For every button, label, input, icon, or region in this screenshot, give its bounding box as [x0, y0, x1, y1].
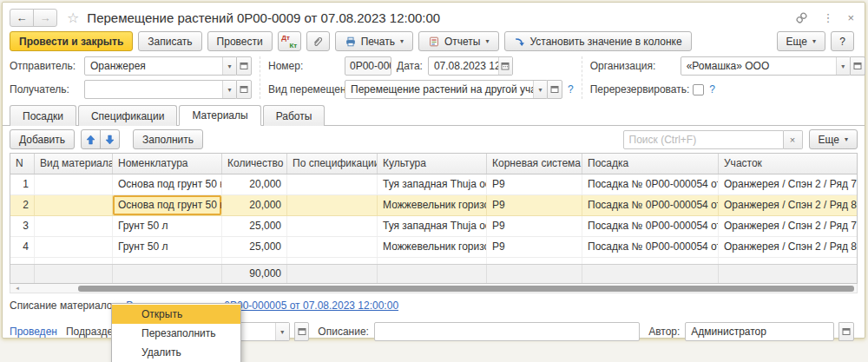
- cell-nomenclature[interactable]: Грунт 50 л: [113, 237, 222, 257]
- cell-material-kind[interactable]: [35, 216, 113, 236]
- help-icon[interactable]: ?: [709, 83, 715, 95]
- open-button[interactable]: [236, 56, 252, 76]
- cell-by-spec[interactable]: [287, 216, 378, 236]
- dropdown-arrow-icon[interactable]: ▾: [533, 81, 547, 98]
- column-header[interactable]: Культура: [378, 154, 487, 174]
- tab[interactable]: Материалы: [179, 105, 260, 126]
- cell-material-kind[interactable]: [35, 195, 113, 215]
- organization-field[interactable]: «Ромашка» ООО ▾: [681, 56, 851, 76]
- cell-root-system[interactable]: Р9: [487, 195, 582, 215]
- number-field[interactable]: 0Р00-0009: [345, 56, 391, 76]
- cell-n[interactable]: 2: [10, 195, 35, 215]
- column-header[interactable]: Количество: [222, 154, 287, 174]
- attachments-button[interactable]: [306, 31, 330, 51]
- column-header[interactable]: N: [10, 154, 35, 174]
- rereserve-checkbox[interactable]: [693, 84, 704, 95]
- cell-culture[interactable]: Туя западная Thuja oc…: [378, 216, 487, 236]
- save-button[interactable]: Записать: [138, 31, 201, 51]
- move-down-button[interactable]: [100, 129, 120, 149]
- table-row[interactable]: 2 Основа под грунт 50 кг 20,000 Можжевел…: [10, 195, 857, 216]
- set-column-value-button[interactable]: Установить значение в колонке: [504, 31, 692, 51]
- column-header[interactable]: Номенклатура: [113, 154, 222, 174]
- scrollbar-thumb[interactable]: [78, 286, 854, 292]
- cell-quantity[interactable]: 20,000: [222, 174, 287, 194]
- cell-nomenclature[interactable]: Основа под грунт 50 кг: [113, 174, 222, 194]
- cell-n[interactable]: 1: [10, 174, 35, 194]
- calendar-icon[interactable]: [498, 57, 512, 75]
- cell-plot[interactable]: Оранжерея / Спэн 2 / Ряд 7: [719, 174, 857, 194]
- help-icon[interactable]: ?: [568, 83, 574, 95]
- context-menu-item[interactable]: Перезаполнить: [112, 324, 240, 343]
- cell-root-system[interactable]: Р9: [487, 237, 582, 257]
- close-icon[interactable]: ×: [847, 12, 854, 23]
- scroll-left-icon[interactable]: ◄: [10, 286, 24, 291]
- dropdown-arrow-icon[interactable]: ▾: [222, 57, 236, 75]
- open-button[interactable]: [838, 322, 854, 341]
- dropdown-arrow-icon[interactable]: ▾: [222, 81, 236, 98]
- cell-planting[interactable]: Посадка № 0Р00-000054 от …: [582, 195, 719, 215]
- cell-culture[interactable]: Можжевельник горизо…: [378, 237, 487, 257]
- table-more-button[interactable]: Еще▾: [809, 129, 858, 149]
- cell-quantity[interactable]: 20,000: [222, 195, 287, 215]
- cell-n[interactable]: 4: [10, 237, 35, 257]
- reports-button[interactable]: Отчеты▾: [418, 31, 499, 51]
- cell-culture[interactable]: Туя западная Thuja oc…: [378, 174, 487, 194]
- print-button[interactable]: Печать▾: [335, 31, 413, 51]
- forward-button[interactable]: →: [33, 9, 57, 27]
- clear-search-icon[interactable]: ×: [784, 130, 803, 149]
- receiver-field[interactable]: ▾: [84, 80, 237, 99]
- cell-n[interactable]: 3: [10, 216, 35, 236]
- more-button[interactable]: Еще▾: [777, 31, 825, 51]
- cell-planting[interactable]: Посадка № 0Р00-000054 от …: [582, 216, 719, 236]
- open-button[interactable]: [294, 322, 310, 341]
- cell-by-spec[interactable]: [287, 237, 378, 257]
- kebab-menu-icon[interactable]: ⋮: [822, 12, 833, 23]
- cell-planting[interactable]: Посадка № 0Р00-000054 от …: [582, 237, 719, 257]
- column-header[interactable]: По спецификации: [287, 154, 378, 174]
- link-icon[interactable]: [795, 11, 808, 24]
- help-button[interactable]: ?: [831, 31, 854, 51]
- cell-culture[interactable]: Можжевельник горизо…: [378, 195, 487, 215]
- cell-planting[interactable]: Посадка № 0Р00-000054 от …: [582, 174, 719, 194]
- movement-type-field[interactable]: Перемещение растений на другой участок ▾: [345, 80, 548, 99]
- cell-by-spec[interactable]: [287, 195, 378, 215]
- table-row[interactable]: 4 Грунт 50 л 25,000 Можжевельник горизо……: [10, 237, 857, 258]
- tab[interactable]: Спецификации: [78, 105, 177, 126]
- column-header[interactable]: Корневая система: [487, 154, 582, 174]
- cell-plot[interactable]: Оранжерея / Спэн 2 / Ряд 8: [719, 195, 857, 215]
- date-field[interactable]: 07.08.2023 12:00:00: [428, 56, 513, 76]
- sender-field[interactable]: Оранжерея ▾: [84, 56, 237, 76]
- move-up-button[interactable]: [81, 129, 101, 149]
- cell-plot[interactable]: Оранжерея / Спэн 2 / Ряд 7: [719, 216, 857, 236]
- context-menu-item[interactable]: Удалить: [112, 343, 240, 362]
- description-input[interactable]: [374, 322, 640, 341]
- cell-material-kind[interactable]: [35, 174, 113, 194]
- cell-root-system[interactable]: Р9: [487, 174, 582, 194]
- post-and-close-button[interactable]: Провести и закрыть: [10, 31, 133, 51]
- open-button[interactable]: [236, 80, 252, 99]
- cell-root-system[interactable]: Р9: [487, 216, 582, 236]
- cell-material-kind[interactable]: [35, 237, 113, 257]
- back-button[interactable]: ←: [10, 9, 34, 27]
- post-button[interactable]: Провести: [207, 31, 273, 51]
- cell-by-spec[interactable]: [287, 174, 378, 194]
- table-row[interactable]: 3 Грунт 50 л 25,000 Туя западная Thuja o…: [10, 216, 857, 237]
- cell-nomenclature[interactable]: Основа под грунт 50 кг: [113, 195, 222, 215]
- column-header[interactable]: Вид материала: [35, 154, 113, 174]
- context-menu-item[interactable]: Открыть: [112, 305, 240, 324]
- dropdown-arrow-icon[interactable]: ▾: [836, 57, 850, 75]
- dropdown-arrow-icon[interactable]: ▾: [275, 323, 289, 340]
- cell-nomenclature[interactable]: Грунт 50 л: [113, 216, 222, 236]
- cell-quantity[interactable]: 25,000: [222, 216, 287, 236]
- cell-plot[interactable]: Оранжерея / Спэн 2 / Ряд 8: [719, 237, 857, 257]
- add-row-button[interactable]: Добавить: [10, 129, 75, 149]
- fill-button[interactable]: Заполнить: [133, 129, 203, 149]
- horizontal-scrollbar[interactable]: ◄: [10, 284, 858, 293]
- column-header[interactable]: Участок: [719, 154, 857, 174]
- tab[interactable]: Посадки: [10, 105, 76, 126]
- tab[interactable]: Работы: [263, 105, 326, 126]
- column-header[interactable]: Посадка: [582, 154, 719, 174]
- dtkt-button[interactable]: ДтКт: [278, 31, 301, 51]
- favorite-star-icon[interactable]: ☆: [67, 10, 79, 26]
- cell-quantity[interactable]: 25,000: [222, 237, 287, 257]
